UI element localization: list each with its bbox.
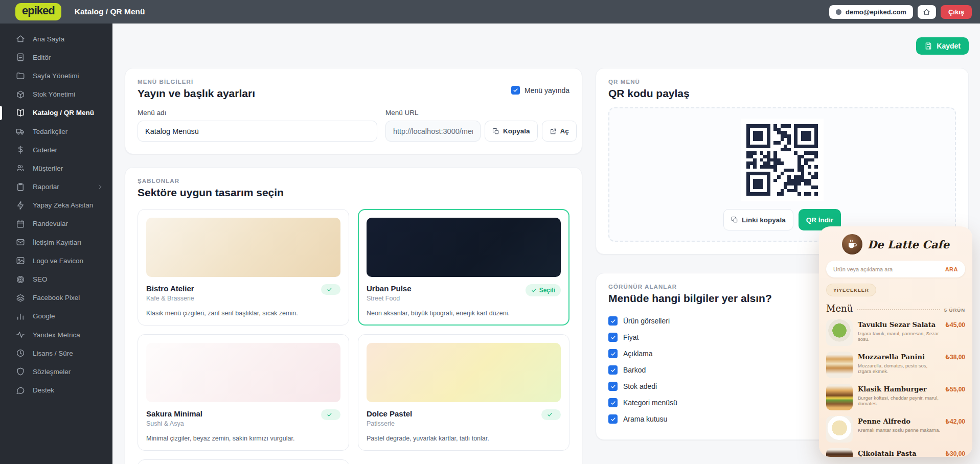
calendar-icon: [16, 219, 25, 228]
template-card-bistro-atelier[interactable]: Bistro Atelier Kafe & Brasserie Klasik m…: [138, 209, 349, 326]
template-category: Street Food: [367, 295, 412, 302]
sidebar-item-giderler[interactable]: Giderler: [0, 141, 112, 159]
menu-item-name: Penne Alfredo: [858, 417, 941, 425]
sidebar-item-ana-sayfa[interactable]: Ana Sayfa: [0, 30, 112, 48]
open-url-button[interactable]: Aç: [542, 121, 577, 142]
preview-menu-item-ikolatal-pasta[interactable]: Çikolatalı Pasta Kat kat çikolatalı past…: [826, 448, 965, 457]
copy-icon: [492, 128, 499, 135]
home-button[interactable]: [918, 5, 936, 19]
preview-menu-item-tavuklu-sezar-salata[interactable]: Tavuklu Sezar Salata Izgara tavuk, marul…: [826, 319, 965, 346]
dotted-leader: [857, 309, 940, 310]
option-label: Ürün görselleri: [623, 317, 670, 325]
sidebar-item-label: Google: [33, 312, 55, 320]
template-card-sakura-minimal[interactable]: Sakura Minimal Sushi & Asya Minimal çizg…: [138, 334, 349, 451]
menu-name-label: Menü adı: [138, 109, 377, 117]
page-title: Katalog / QR Menü: [75, 7, 145, 16]
coffee-cup-logo-icon: [842, 234, 862, 254]
sidebar-item-sayfa-y-netimi[interactable]: Sayfa Yönetimi: [0, 66, 112, 85]
sidebar-item-seo[interactable]: SEO: [0, 270, 112, 288]
sidebar-item-destek[interactable]: Destek: [0, 381, 112, 400]
copy-url-button[interactable]: Kopyala: [485, 121, 538, 142]
preview-search-button[interactable]: ARA: [945, 266, 958, 272]
file-text-icon: [16, 53, 25, 62]
template-description: Minimal çizgiler, beyaz zemin, sakin kır…: [146, 435, 340, 442]
external-link-icon: [550, 128, 557, 135]
bar-chart-icon: [16, 312, 25, 321]
package-icon: [16, 90, 25, 99]
template-card-urban-pulse[interactable]: Urban Pulse Street Food Seçili Neon aksa…: [358, 209, 569, 326]
menu-info-card: MENÜ BİLGİLERİ Yayın ve başlık ayarları …: [125, 68, 582, 154]
publish-label: Menü yayında: [525, 86, 569, 95]
copy-link-button[interactable]: Linki kopyala: [723, 209, 793, 230]
option-checkbox[interactable]: [608, 365, 618, 375]
sidebar-item-label: Giderler: [33, 146, 57, 154]
menu-item-description: Izgara tavuk, marul, parmesan, Sezar sos…: [858, 331, 941, 342]
sidebar-item-stok-y-netimi[interactable]: Stok Yönetimi: [0, 85, 112, 104]
sidebar-item-edit-r[interactable]: Editör: [0, 48, 112, 66]
sidebar-item-yandex-metrica[interactable]: Yandex Metrica: [0, 326, 112, 344]
sidebar-item-label: Destek: [33, 386, 54, 394]
menu-item-name: Tavuklu Sezar Salata: [858, 321, 941, 329]
option-checkbox[interactable]: [608, 382, 618, 391]
save-button[interactable]: Kaydet: [916, 37, 969, 55]
selected-badge: [541, 409, 561, 420]
template-category: Patisserie: [367, 420, 412, 427]
option-label: Arama kutusu: [623, 415, 667, 423]
template-name: Urban Pulse: [367, 284, 412, 293]
option-checkbox[interactable]: [608, 398, 618, 407]
option-checkbox[interactable]: [608, 316, 618, 326]
user-status-dot: [836, 9, 841, 15]
preview-category-pill[interactable]: YİYECEKLER: [826, 284, 876, 296]
preview-search-input[interactable]: [833, 266, 945, 272]
template-name: Dolce Pastel: [367, 409, 412, 418]
template-category: Sushi & Asya: [146, 420, 202, 427]
publish-toggle[interactable]: Menü yayında: [511, 86, 569, 95]
selected-badge: [321, 284, 340, 295]
option-checkbox[interactable]: [608, 349, 618, 358]
sidebar-item-facebook-pixel[interactable]: Facebook Pixel: [0, 289, 112, 307]
sidebar-item-raporlar[interactable]: Raporlar: [0, 178, 112, 196]
preview-menu-item-mozzarella-panini[interactable]: Mozzarella Panini Mozzarella, domates, p…: [826, 352, 965, 378]
sidebar-item-logo-ve-favicon[interactable]: Logo ve Favicon: [0, 251, 112, 270]
preview-menu-item-klasik-hamburger[interactable]: Klasik Hamburger Burger köftesi, cheddar…: [826, 384, 965, 410]
sidebar-item-label: Lisans / Süre: [33, 350, 73, 357]
template-card[interactable]: [138, 459, 349, 464]
sidebar-item-label: Sözleşmeler: [33, 368, 71, 376]
sidebar-item-tedarik-iler[interactable]: Tedarikçiler: [0, 122, 112, 141]
check-icon: [531, 288, 537, 293]
image-icon: [16, 256, 25, 265]
copy-icon: [731, 216, 738, 223]
option-label: Stok adedi: [623, 382, 657, 390]
menu-item-price: ₺30,00: [946, 448, 965, 457]
menu-url-input[interactable]: [385, 121, 481, 142]
topbar-actions: demo@epiked.com Çıkış: [829, 5, 972, 19]
template-card-dolce-pastel[interactable]: Dolce Pastel Patisserie Pastel degrade, …: [358, 334, 569, 451]
qr-dropzone: Linki kopyala QR İndir: [608, 107, 956, 242]
app-logo[interactable]: epiked: [15, 3, 61, 20]
templates-card: ŞABLONLAR Sektöre uygun tasarım seçin Bi…: [125, 167, 582, 464]
sidebar-item-s-zle-meler[interactable]: Sözleşmeler: [0, 362, 112, 381]
menu-item-image: [826, 384, 853, 410]
option-checkbox[interactable]: [608, 414, 618, 424]
sidebar-item-label: Logo ve Favicon: [33, 257, 83, 265]
logout-button[interactable]: Çıkış: [941, 5, 972, 19]
clock-icon: [16, 349, 25, 358]
sidebar-item-katalog-qr-men[interactable]: Katalog / QR Menü: [0, 104, 112, 122]
publish-checkbox[interactable]: [511, 86, 520, 95]
sidebar-item-yapay-zeka-asistan[interactable]: Yapay Zeka Asistan: [0, 196, 112, 215]
templates-title: Sektöre uygun tasarım seçin: [138, 187, 569, 199]
option-label: Fiyat: [623, 333, 639, 341]
sidebar-item-lisans-s-re[interactable]: Lisans / Süre: [0, 344, 112, 362]
option-checkbox[interactable]: [608, 333, 618, 342]
menu-name-input[interactable]: [138, 121, 377, 142]
dollar-icon: [16, 145, 25, 154]
sidebar-item-randevular[interactable]: Randevular: [0, 215, 112, 233]
user-account-pill[interactable]: demo@epiked.com: [829, 5, 913, 19]
sidebar-item-m-teriler[interactable]: Müşteriler: [0, 159, 112, 177]
template-name: Sakura Minimal: [146, 409, 202, 418]
menu-item-price: ₺38,00: [946, 352, 965, 361]
sidebar-item-google[interactable]: Google: [0, 307, 112, 326]
sidebar-item-i-leti-im-kay-tlar[interactable]: İletişim Kayıtları: [0, 233, 112, 251]
preview-menu-item-penne-alfredo[interactable]: Penne Alfredo Kremalı mantar soslu penne…: [826, 416, 965, 443]
check-icon: [327, 287, 332, 292]
